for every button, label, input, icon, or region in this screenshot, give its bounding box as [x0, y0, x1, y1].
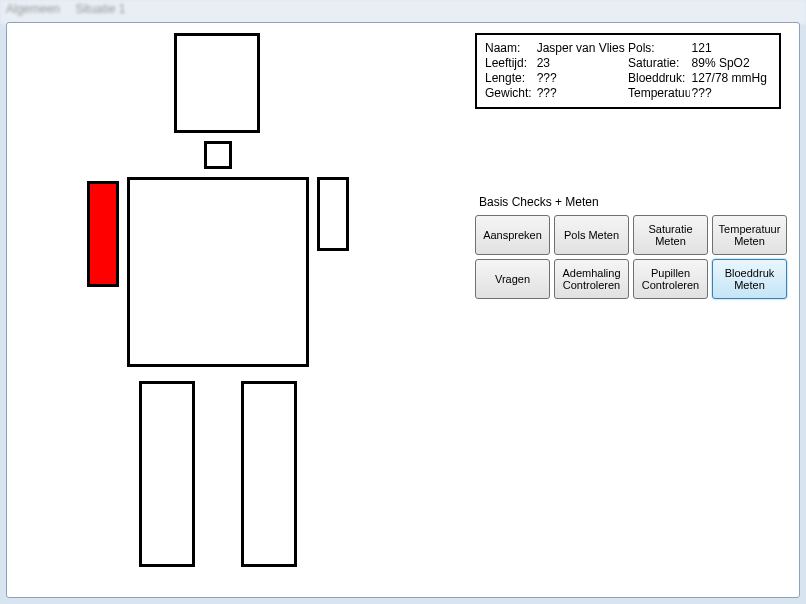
body-head[interactable]: [174, 33, 260, 133]
value-height: ???: [537, 71, 628, 86]
menu-item-2[interactable]: Situatie 1: [75, 2, 125, 16]
label-temp: Temperatuur:: [628, 86, 690, 101]
value-bp: 127/78 mmHg: [692, 71, 771, 86]
actions-group: Basis Checks + Meten Aanspreken Pols Met…: [475, 195, 787, 299]
btn-bloeddruk-meten[interactable]: Bloeddruk Meten: [712, 259, 787, 299]
label-pulse: Pols:: [628, 41, 692, 56]
menubar: Algemeen Situatie 1: [0, 0, 806, 24]
label-bp: Bloeddruk:: [628, 71, 692, 86]
body-left-upper-arm[interactable]: [317, 177, 349, 251]
label-weight: Gewicht:: [485, 86, 537, 101]
btn-pupillen-controleren[interactable]: Pupillen Controleren: [633, 259, 708, 299]
body-torso[interactable]: [127, 177, 309, 367]
btn-temperatuur-meten[interactable]: Temperatuur Meten: [712, 215, 787, 255]
body-right-upper-arm[interactable]: [87, 181, 119, 287]
body-left-leg[interactable]: [241, 381, 297, 567]
btn-pols-meten[interactable]: Pols Meten: [554, 215, 629, 255]
menu-item-1[interactable]: Algemeen: [6, 2, 60, 16]
value-name: Jasper van Vlies: [537, 41, 628, 56]
body-figure: [67, 33, 367, 573]
value-weight: ???: [537, 86, 628, 101]
value-age: 23: [537, 56, 628, 71]
actions-group-title: Basis Checks + Meten: [479, 195, 787, 209]
value-pulse: 121: [692, 41, 771, 56]
main-panel: Naam: Leeftijd: Lengte: Gewicht: Jasper …: [6, 22, 800, 598]
label-age: Leeftijd:: [485, 56, 537, 71]
btn-aanspreken[interactable]: Aanspreken: [475, 215, 550, 255]
label-name: Naam:: [485, 41, 537, 56]
label-height: Lengte:: [485, 71, 537, 86]
info-values-left: Jasper van Vlies 23 ??? ???: [537, 41, 628, 101]
value-temp: ???: [692, 86, 771, 101]
body-neck[interactable]: [204, 141, 232, 169]
patient-info-panel: Naam: Leeftijd: Lengte: Gewicht: Jasper …: [475, 33, 781, 109]
btn-saturatie-meten[interactable]: Saturatie Meten: [633, 215, 708, 255]
body-right-leg[interactable]: [139, 381, 195, 567]
value-saturation: 89% SpO2: [692, 56, 771, 71]
info-labels-left: Naam: Leeftijd: Lengte: Gewicht:: [485, 41, 537, 101]
label-saturation: Saturatie:: [628, 56, 692, 71]
info-values-right: 121 89% SpO2 127/78 mmHg ???: [692, 41, 771, 101]
actions-grid: Aanspreken Pols Meten Saturatie Meten Te…: [475, 215, 787, 299]
btn-vragen[interactable]: Vragen: [475, 259, 550, 299]
btn-ademhaling-controleren[interactable]: Ademhaling Controleren: [554, 259, 629, 299]
info-labels-right: Pols: Saturatie: Bloeddruk: Temperatuur:: [628, 41, 692, 101]
